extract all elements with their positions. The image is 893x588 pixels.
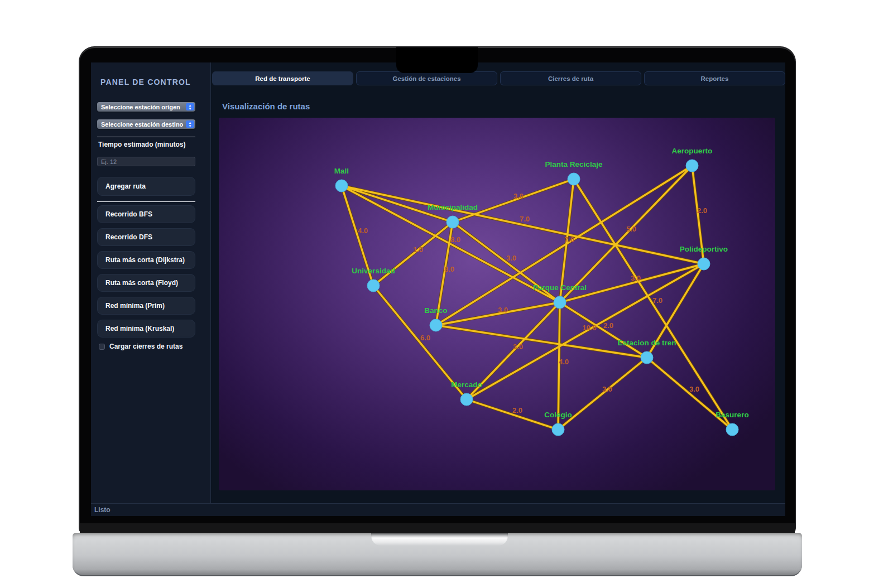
station-label-estacion: Estacion de tren [617,339,676,347]
station-node-basurero[interactable] [726,423,738,436]
load-closures-label: Cargar cierres de rutas [109,343,183,350]
station-node-planta[interactable] [568,173,580,185]
station-node-univ[interactable] [367,279,380,292]
station-label-poli: Polideportivo [680,245,728,253]
edge-weight-mercado-colegio: 2.0 [512,406,522,415]
edge-weight-parque-mercado: 3.0 [513,343,523,351]
edge-weight-aero-parque: 5.0 [626,225,636,233]
stepper-icon[interactable]: ▲▼ [186,103,194,110]
action-button-5[interactable]: Red mínima (Prim) [97,297,195,315]
load-closures-checkbox[interactable] [99,344,105,350]
edge-weight-banco-parque: 3.0 [498,306,508,314]
action-button-6[interactable]: Red mínima (Kruskal) [97,320,195,338]
route-visualization-canvas: 4.07.08.01.08.03.03.07.07.05.02.03.010.0… [219,118,775,490]
panel-title: PANEL DE CONTROL [100,78,191,86]
edge-parque-estacion [560,302,647,358]
station-label-mercado: Mercado [451,380,482,389]
edge-weight-univ-mercado: 6.0 [420,334,430,342]
destination-select[interactable]: Seleccione estación destino ▲▼ [97,119,195,129]
station-label-aero: Aeropuerto [672,147,713,155]
edge-weight-planta-parque: 7.0 [564,235,574,244]
tab-3[interactable]: Cierres de ruta [500,71,641,85]
status-bar: Listo [91,503,785,516]
edge-weight-mall-poli: 7.0 [520,215,530,223]
station-label-univ: Universidad [352,267,395,275]
origin-select[interactable]: Seleccione estación origen ▲▼ [97,102,195,112]
edge-weight-poli-parque: 3.0 [631,274,641,282]
station-node-aero[interactable] [686,160,698,172]
tab-1[interactable]: Red de transporte [212,71,353,85]
action-button-4[interactable]: Ruta más corta (Floyd) [97,274,195,292]
edge-muni-univ [373,222,453,286]
edge-weight-planta-basurero: 7.0 [652,296,662,305]
station-node-poli[interactable] [698,258,710,270]
edge-weight-estacion-basurero: 3.0 [689,385,699,393]
edge-weight-aero-poli: 2.0 [697,206,707,215]
edge-weight-mall-univ: 4.0 [358,226,368,235]
action-button-1[interactable]: Recorrido BFS [97,205,195,223]
page-title: Visualización de rutas [222,102,310,111]
edge-weight-muni-planta: 3.0 [513,192,524,200]
edge-weight-muni-univ: 1.0 [413,245,423,254]
laptop-screen: PANEL DE CONTROL Seleccione estación ori… [91,62,785,516]
edge-weight-mall-parque: 8.0 [450,235,460,244]
tab-bar: Red de transporteGestión de estacionesCi… [212,71,785,85]
laptop-hinge [80,523,795,533]
network-graph: 4.07.08.01.08.03.03.07.07.05.02.03.010.0… [219,118,775,490]
station-node-mercado[interactable] [460,393,473,406]
station-node-colegio[interactable] [552,423,564,436]
station-node-muni[interactable] [446,216,459,228]
edge-weight-muni-parque: 3.0 [506,254,516,262]
station-node-banco[interactable] [430,319,442,331]
sidebar: PANEL DE CONTROL Seleccione estación ori… [91,62,211,503]
edge-muni-planta [453,179,574,222]
status-text: Listo [94,506,111,514]
tab-4[interactable]: Reportes [644,71,785,85]
edge-weight-estacion-colegio: 3.0 [602,385,612,393]
station-label-parque: Parque Central [533,283,587,292]
load-closures-row: Cargar cierres de rutas [99,343,183,350]
divider [97,201,195,202]
station-label-mall: Mall [334,167,349,175]
page: PANEL DE CONTROL Seleccione estación ori… [0,0,893,588]
stepper-icon[interactable]: ▲▼ [186,121,194,128]
add-route-button[interactable]: Agregar ruta [97,177,195,196]
station-label-colegio: Colegio [544,411,572,419]
station-node-estacion[interactable] [641,351,653,364]
action-button-3[interactable]: Ruta más corta (Dijkstra) [97,251,195,269]
tiempo-input[interactable] [97,157,195,166]
edge-weight-parque-colegio: 4.0 [559,358,569,366]
edge-weight-parque-estacion: 2.0 [603,321,613,330]
station-label-banco: Banco [424,306,447,315]
deck-scoop [371,533,508,546]
tab-2[interactable]: Gestión de estaciones [356,71,497,85]
divider [97,137,195,137]
origin-select-value: Seleccione estación origen [101,104,180,110]
destination-select-value: Seleccione estación destino [101,121,183,128]
edge-banco-estacion [436,325,647,358]
edge-weight-poli-mercado: 10.0 [582,324,596,332]
station-node-mall[interactable] [335,180,348,192]
station-node-parque[interactable] [554,296,566,309]
action-button-2[interactable]: Recorrido DFS [97,228,195,246]
camera-notch [396,47,478,73]
station-label-basurero: Basurero [716,411,748,419]
station-label-planta: Planta Reciclaje [545,160,603,168]
station-label-muni: Municipalidad [428,203,478,211]
tiempo-label: Tiempo estimado (minutos) [98,141,185,148]
edge-weight-muni-banco: 8.0 [444,265,454,273]
